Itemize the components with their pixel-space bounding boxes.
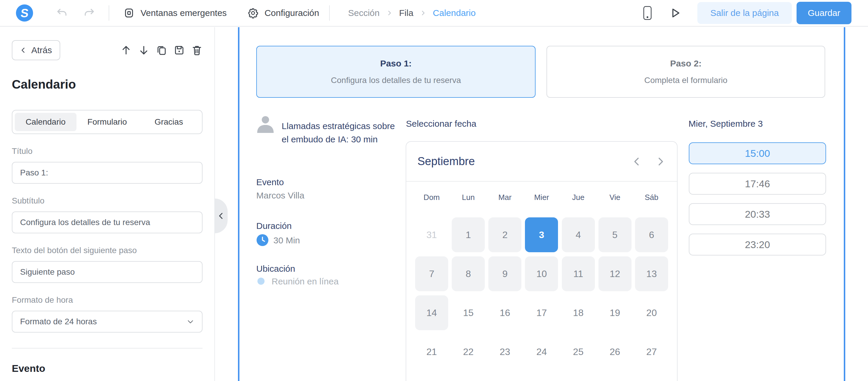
settings-sidebar: Atrás Calendario CalendarioFormularioGra… — [0, 27, 215, 381]
settings-label: Configuración — [265, 8, 319, 18]
time-slot-1746[interactable]: 17:46 — [689, 173, 826, 195]
calendar-day-column: 31 — [413, 217, 450, 252]
mobile-preview-icon[interactable] — [643, 6, 652, 20]
redo-icon[interactable] — [83, 7, 95, 19]
field-label-boton-siguiente: Texto del botón del siguiente paso — [12, 246, 203, 255]
move-up-icon[interactable] — [120, 45, 132, 56]
step-2-card[interactable]: Paso 2: Completa el formulario — [547, 46, 825, 98]
popups-icon — [123, 7, 135, 19]
exit-page-button[interactable]: Salir de la página — [698, 2, 792, 24]
tab-calendario[interactable]: Calendario — [15, 113, 76, 131]
host-avatar — [256, 115, 275, 133]
move-down-icon[interactable] — [138, 45, 149, 56]
previous-month-icon[interactable] — [631, 156, 642, 167]
time-slot-1500[interactable]: 15:00 — [689, 142, 826, 164]
day-cell-10[interactable]: 10 — [525, 256, 558, 291]
play-preview-icon[interactable] — [669, 7, 681, 19]
save-block-icon[interactable] — [174, 45, 185, 56]
calendar-day-column: 21 — [413, 334, 450, 369]
breadcrumb-item-calendario[interactable]: Calendario — [433, 8, 476, 18]
calendar-day-column: 12 — [597, 256, 633, 291]
tab-formulario[interactable]: Formulario — [76, 113, 138, 131]
duplicate-icon[interactable] — [156, 45, 167, 56]
subtitulo-input[interactable] — [12, 211, 203, 233]
calendar-day-column: 4 — [560, 217, 597, 252]
calendar-day-column: 17 — [523, 295, 560, 330]
day-cell-1[interactable]: 1 — [452, 217, 485, 252]
calendar-day-column: 24 — [523, 334, 560, 369]
formato-hora-select[interactable]: Formato de 24 horas — [12, 311, 203, 332]
toolbar-divider — [108, 5, 109, 21]
time-slot-2033[interactable]: 20:33 — [689, 203, 826, 225]
calendar-day-column: 13 — [633, 256, 670, 291]
day-cell-5[interactable]: 5 — [598, 217, 631, 252]
step-1-title: Paso 1: — [380, 58, 412, 68]
formato-hora-value: Formato de 24 horas — [20, 317, 97, 326]
calendar-day-column: 5 — [597, 217, 633, 252]
day-cell-7[interactable]: 7 — [415, 256, 448, 291]
back-button[interactable]: Atrás — [12, 40, 60, 60]
undo-icon[interactable] — [56, 7, 68, 19]
chevron-down-icon — [187, 318, 194, 325]
duration-value: 30 Min — [273, 235, 300, 245]
chevron-left-icon — [20, 47, 27, 54]
selection-outline-right — [844, 27, 845, 381]
calendar-day-column: 26 — [597, 334, 633, 369]
titulo-input[interactable] — [12, 162, 203, 184]
calendar-day-column: 11 — [560, 256, 597, 291]
calendar-day-column: 1 — [450, 217, 487, 252]
calendar-day-column: 14 — [413, 295, 450, 330]
boton-siguiente-input[interactable] — [12, 261, 203, 283]
evento-section-heading: Evento — [12, 363, 203, 374]
calendar-day-column: 3 — [523, 217, 560, 252]
day-cell-12[interactable]: 12 — [598, 256, 631, 291]
day-cell-11[interactable]: 11 — [562, 256, 595, 291]
day-cell-6[interactable]: 6 — [635, 217, 668, 252]
settings-button[interactable]: Configuración — [247, 7, 319, 19]
month-label: Septiembre — [417, 155, 475, 168]
day-cell-9[interactable]: 9 — [488, 256, 521, 291]
day-cell-3[interactable]: 3 — [525, 217, 558, 252]
day-cell-27: 27 — [635, 334, 668, 369]
chevron-left-icon — [217, 212, 225, 220]
weekday-dom: Dom — [413, 193, 450, 202]
toolbar-divider — [329, 5, 330, 21]
day-cell-20: 20 — [635, 295, 668, 330]
day-cell-16: 16 — [488, 295, 521, 330]
popups-label: Ventanas emergentes — [141, 8, 227, 18]
weekday-header-row: DomLunMarMierJueVieSáb — [406, 193, 677, 202]
app-logo[interactable]: S — [16, 4, 33, 22]
save-button[interactable]: Guardar — [797, 2, 851, 24]
date-picker-card: Septiembre DomLunMarMierJueVieSáb 311234… — [406, 141, 678, 381]
event-title-line1: Llamadas estratégicas sobre — [282, 119, 395, 133]
calendar-day-column: 23 — [487, 334, 523, 369]
breadcrumb-item-fila[interactable]: Fila — [399, 8, 413, 18]
weekday-mar: Mar — [487, 193, 523, 202]
popups-button[interactable]: Ventanas emergentes — [123, 7, 227, 19]
step-1-card[interactable]: Paso 1: Configura los detalles de tu res… — [256, 46, 535, 98]
event-label: Evento — [256, 177, 284, 187]
breadcrumb-item-sección[interactable]: Sección — [348, 8, 380, 18]
day-cell-4[interactable]: 4 — [562, 217, 595, 252]
day-cell-14[interactable]: 14 — [415, 295, 448, 330]
host-name: Marcos Villa — [256, 190, 304, 201]
day-cell-23: 23 — [488, 334, 521, 369]
day-cell-13[interactable]: 13 — [635, 256, 668, 291]
day-cell-2[interactable]: 2 — [488, 217, 521, 252]
calendar-day-column: 9 — [487, 256, 523, 291]
next-month-icon[interactable] — [655, 156, 666, 167]
trash-icon[interactable] — [191, 45, 203, 56]
field-label-titulo: Título — [12, 146, 203, 156]
time-slot-2320[interactable]: 23:20 — [689, 234, 826, 256]
calendar-week-row: 31123456 — [413, 217, 670, 252]
event-title: Llamadas estratégicas sobre el embudo de… — [282, 119, 395, 146]
day-cell-8[interactable]: 8 — [452, 256, 485, 291]
weekday-mier: Mier — [523, 193, 560, 202]
tab-gracias[interactable]: Gracias — [138, 113, 199, 131]
sidebar-divider — [12, 348, 203, 349]
day-cell-25: 25 — [562, 334, 595, 369]
weekday-sáb: Sáb — [633, 193, 670, 202]
online-meeting-dot-icon — [257, 277, 265, 285]
collapse-sidebar-handle[interactable] — [215, 199, 228, 233]
calendar-day-column: 6 — [633, 217, 670, 252]
